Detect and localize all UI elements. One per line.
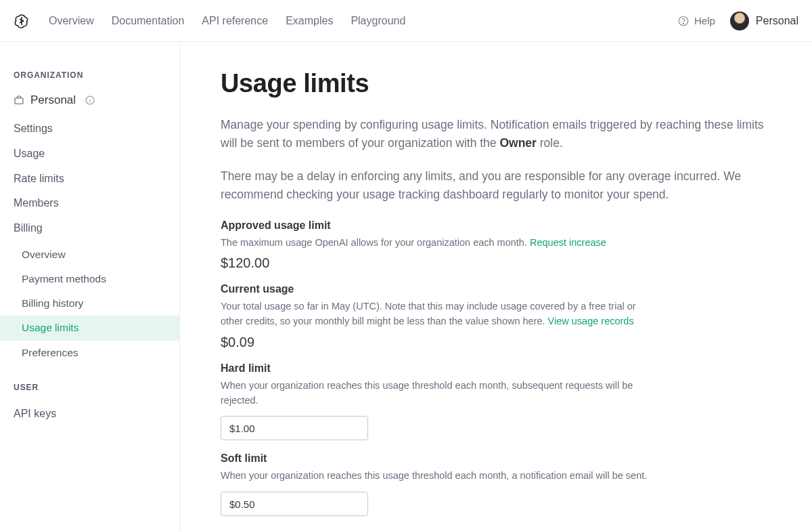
sidebar-item-usage[interactable]: Usage — [0, 142, 179, 167]
org-name: Personal — [30, 93, 76, 107]
top-nav: Overview Documentation API reference Exa… — [49, 15, 677, 27]
help-icon — [677, 15, 690, 27]
svg-point-1 — [683, 23, 683, 24]
sidebar-item-members[interactable]: Members — [0, 191, 179, 216]
svg-rect-2 — [15, 98, 23, 104]
avatar — [730, 12, 749, 30]
hard-limit-desc: When your organization reaches this usag… — [221, 379, 660, 408]
help-label: Help — [694, 15, 715, 26]
info-icon[interactable] — [85, 95, 95, 106]
intro-paragraph-2: There may be a delay in enforcing any li… — [221, 167, 769, 204]
soft-limit-desc: When your organization reaches this usag… — [221, 469, 660, 484]
nav-playground[interactable]: Playground — [351, 15, 405, 27]
account-menu[interactable]: Personal — [730, 12, 798, 30]
help-link[interactable]: Help — [677, 15, 715, 27]
request-increase-link[interactable]: Request increase — [530, 237, 606, 248]
sidebar: ORGANIZATION Personal Settings Usage Rat… — [0, 42, 180, 531]
hard-limit-input[interactable] — [221, 416, 368, 440]
main-content: Usage limits Manage your spending by con… — [180, 42, 769, 531]
hard-limit-title: Hard limit — [221, 362, 769, 375]
sidebar-item-rate-limits[interactable]: Rate limits — [0, 167, 179, 192]
nav-overview[interactable]: Overview — [49, 15, 94, 27]
current-usage-desc: Your total usage so far in May (UTC). No… — [221, 299, 660, 329]
intro-paragraph-1: Manage your spending by configuring usag… — [221, 116, 769, 152]
account-label: Personal — [756, 15, 798, 27]
sidebar-sub-payment-methods[interactable]: Payment methods — [0, 267, 179, 291]
view-usage-records-link[interactable]: View usage records — [548, 316, 634, 326]
sidebar-item-api-keys[interactable]: API keys — [0, 402, 179, 427]
briefcase-icon — [14, 95, 24, 106]
page-title: Usage limits — [221, 69, 769, 98]
soft-limit-input[interactable] — [221, 492, 368, 516]
sidebar-item-billing[interactable]: Billing — [0, 216, 179, 241]
sidebar-item-settings[interactable]: Settings — [0, 116, 179, 142]
nav-documentation[interactable]: Documentation — [112, 15, 185, 27]
current-usage-title: Current usage — [221, 283, 769, 295]
approved-limit-value: $120.00 — [221, 255, 769, 271]
user-section-header: USER — [0, 383, 179, 402]
sidebar-sub-billing-history[interactable]: Billing history — [0, 291, 179, 316]
sidebar-sub-overview[interactable]: Overview — [0, 242, 179, 267]
current-usage-value: $0.09 — [221, 335, 769, 350]
org-section-header: ORGANIZATION — [0, 70, 179, 89]
sidebar-sub-preferences[interactable]: Preferences — [0, 341, 179, 365]
org-selector[interactable]: Personal — [0, 89, 179, 116]
soft-limit-title: Soft limit — [221, 452, 769, 465]
nav-examples[interactable]: Examples — [286, 15, 333, 27]
approved-limit-desc: The maximum usage OpenAI allows for your… — [221, 236, 660, 251]
approved-limit-title: Approved usage limit — [221, 219, 769, 232]
sidebar-sub-usage-limits[interactable]: Usage limits — [0, 316, 179, 340]
nav-api-reference[interactable]: API reference — [202, 15, 268, 27]
openai-logo-icon[interactable] — [14, 13, 30, 29]
